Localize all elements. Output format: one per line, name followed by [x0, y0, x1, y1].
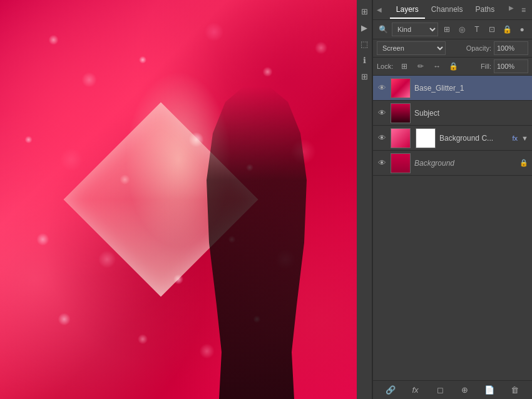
- panel-top: ◀ Layers Channels Paths ▶ ≡: [373, 0, 532, 20]
- fill-row: Fill:: [481, 59, 528, 73]
- tab-paths[interactable]: Paths: [469, 1, 501, 19]
- arrow-right-icon[interactable]: ▶: [509, 4, 514, 16]
- layer-lock-icon: 🔒: [519, 159, 528, 167]
- opacity-label: Opacity:: [466, 44, 491, 52]
- blend-row: Screen Normal Multiply Overlay Opacity:: [373, 39, 532, 58]
- tool-play-icon[interactable]: ▶: [358, 21, 371, 34]
- bottom-new-layer-icon[interactable]: 📄: [483, 384, 496, 396]
- tool-shape-icon[interactable]: ⬚: [358, 38, 371, 50]
- fill-label: Fill:: [481, 63, 491, 70]
- blend-mode-select[interactable]: Screen Normal Multiply Overlay: [377, 41, 446, 55]
- kind-select[interactable]: Kind: [392, 23, 438, 36]
- kind-icon-shape[interactable]: ⊡: [486, 23, 498, 36]
- opacity-input[interactable]: [494, 41, 528, 55]
- tool-select-icon[interactable]: ⊞: [358, 5, 371, 18]
- layer-row-subject[interactable]: 👁 Subject: [373, 101, 532, 126]
- panel-right-arrows: ▶ ≡: [509, 4, 528, 16]
- bottom-link-icon[interactable]: 🔗: [384, 384, 397, 396]
- panel-bottom: 🔗 fx ◻ ⊕ 📄 🗑: [373, 380, 532, 399]
- kind-icon-dot[interactable]: ●: [516, 23, 528, 36]
- layer-expand-icon[interactable]: ▼: [521, 134, 528, 142]
- tool-info-icon[interactable]: ℹ: [358, 54, 371, 66]
- layer-mask-background-c: [416, 128, 436, 148]
- kind-row: 🔍 Kind ⊞ ◎ T ⊡ 🔒 ●: [373, 20, 532, 39]
- bottom-delete-icon[interactable]: 🗑: [508, 384, 521, 396]
- layer-visibility-base-glitter[interactable]: 👁: [377, 83, 387, 93]
- layer-name-background: Background: [414, 159, 516, 168]
- lock-icon-move[interactable]: ↔: [431, 60, 443, 73]
- layer-name-subject: Subject: [414, 109, 528, 118]
- layer-name-base-glitter: Base_Glitter_1: [414, 84, 528, 93]
- lock-icon-paint[interactable]: ✏: [414, 60, 427, 73]
- lock-icon-pixels[interactable]: ⊞: [398, 60, 411, 73]
- layers-list: 👁 Base_Glitter_1 👁 Subject 👁 Background …: [373, 76, 532, 380]
- layer-name-background-c: Background C...: [439, 134, 509, 143]
- layer-fx-icon: fx: [513, 134, 518, 142]
- tab-channels[interactable]: Channels: [425, 1, 469, 19]
- arrow-left-icon[interactable]: ◀: [377, 6, 382, 13]
- lock-icon-all[interactable]: 🔒: [447, 60, 459, 73]
- bottom-mask-icon[interactable]: ◻: [434, 384, 446, 396]
- layer-row-base-glitter[interactable]: 👁 Base_Glitter_1: [373, 76, 532, 101]
- kind-search-icon: 🔍: [377, 23, 389, 36]
- layer-thumb-background: [391, 153, 411, 173]
- canvas-area: [0, 0, 357, 399]
- tool-extra-icon[interactable]: ⊞: [358, 70, 371, 83]
- panel-arrows: ◀: [377, 6, 382, 13]
- kind-icon-text[interactable]: T: [471, 23, 483, 36]
- layer-visibility-background-c[interactable]: 👁: [377, 133, 387, 143]
- tab-layers[interactable]: Layers: [390, 1, 425, 19]
- panel-menu-icon[interactable]: ≡: [519, 4, 528, 16]
- kind-icon-img[interactable]: ⊞: [441, 23, 453, 36]
- bottom-fx-icon[interactable]: fx: [409, 384, 421, 396]
- layer-row-background-c[interactable]: 👁 Background C... fx ▼: [373, 126, 532, 151]
- layer-thumb-base-glitter: [391, 78, 411, 98]
- lock-row: Lock: ⊞ ✏ ↔ 🔒 Fill:: [373, 58, 532, 76]
- kind-icon-lock[interactable]: 🔒: [501, 23, 513, 36]
- right-panel: ◀ Layers Channels Paths ▶ ≡ 🔍 Kind ⊞ ◎ T…: [372, 0, 532, 399]
- layer-visibility-subject[interactable]: 👁: [377, 108, 387, 118]
- lock-label: Lock:: [377, 63, 393, 70]
- layer-thumb-background-c: [391, 128, 411, 148]
- layer-row-background[interactable]: 👁 Background 🔒: [373, 151, 532, 176]
- fill-input[interactable]: [494, 59, 528, 73]
- layer-visibility-background[interactable]: 👁: [377, 158, 387, 168]
- opacity-row: Opacity:: [466, 41, 528, 55]
- bottom-new-group-icon[interactable]: ⊕: [459, 384, 471, 396]
- layer-thumb-subject: [391, 103, 411, 123]
- canvas-image: [0, 0, 357, 399]
- kind-icon-adjust[interactable]: ◎: [456, 23, 468, 36]
- panel-tabs: Layers Channels Paths: [390, 1, 501, 19]
- left-toolbar: ⊞ ▶ ⬚ ℹ ⊞: [357, 0, 372, 399]
